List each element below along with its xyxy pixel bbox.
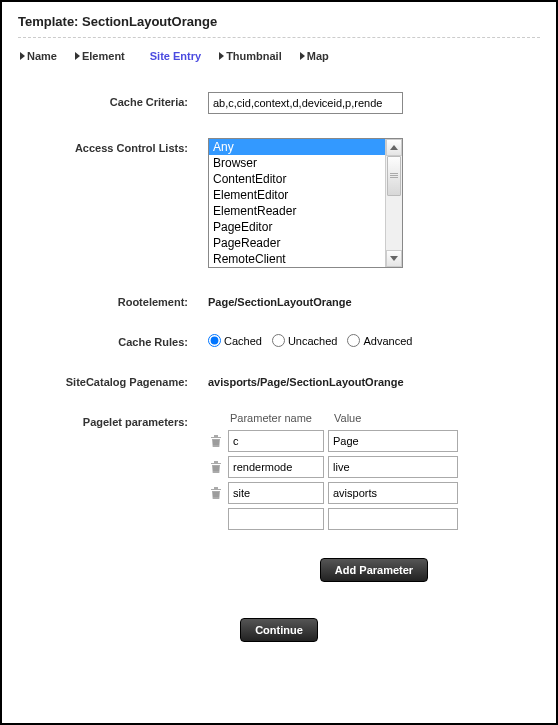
acl-scrollbar[interactable] <box>385 139 402 267</box>
tab-label: Thumbnail <box>226 50 282 62</box>
param-row <box>208 456 540 478</box>
acl-option[interactable]: Any <box>209 139 385 155</box>
cache-rule-radio[interactable] <box>272 334 285 347</box>
acl-option[interactable]: RemoteClient <box>209 251 385 267</box>
scroll-thumb[interactable] <box>387 156 401 196</box>
acl-listbox[interactable]: AnyBrowserContentEditorElementEditorElem… <box>209 139 385 267</box>
arrow-icon <box>219 52 224 60</box>
tab-label: Name <box>27 50 57 62</box>
cache-criteria-label: Cache Criteria: <box>18 92 208 108</box>
trash-icon[interactable] <box>208 433 224 449</box>
rootelement-label: Rootelement: <box>18 292 208 308</box>
acl-option[interactable]: PageEditor <box>209 219 385 235</box>
param-name-input[interactable] <box>228 456 324 478</box>
param-header-name: Parameter name <box>230 412 330 424</box>
trash-icon[interactable] <box>208 459 224 475</box>
cache-rule-uncached[interactable]: Uncached <box>272 334 338 347</box>
param-row <box>208 508 540 530</box>
trash-icon[interactable] <box>208 485 224 501</box>
cache-rule-label: Uncached <box>288 335 338 347</box>
param-name-input[interactable] <box>228 430 324 452</box>
cache-rule-advanced[interactable]: Advanced <box>347 334 412 347</box>
arrow-icon <box>20 52 25 60</box>
acl-option[interactable]: Browser <box>209 155 385 171</box>
cache-rules-label: Cache Rules: <box>18 332 208 348</box>
arrow-icon <box>300 52 305 60</box>
acl-option[interactable]: ContentEditor <box>209 171 385 187</box>
scroll-track[interactable] <box>386 156 402 250</box>
tab-label: Element <box>82 50 125 62</box>
add-parameter-button[interactable]: Add Parameter <box>320 558 428 582</box>
sitecatalog-label: SiteCatalog Pagename: <box>18 372 208 388</box>
param-row <box>208 482 540 504</box>
param-value-input[interactable] <box>328 456 458 478</box>
param-header-value: Value <box>330 412 450 424</box>
param-value-input[interactable] <box>328 482 458 504</box>
scroll-up-button[interactable] <box>386 139 402 156</box>
acl-option[interactable]: ElementReader <box>209 203 385 219</box>
cache-rule-cached[interactable]: Cached <box>208 334 262 347</box>
tab-element[interactable]: Element <box>75 50 125 62</box>
cache-rule-radio[interactable] <box>208 334 221 347</box>
tab-label: Site Entry <box>150 50 201 62</box>
tab-site-entry[interactable]: Site Entry <box>143 50 201 62</box>
cache-rule-label: Advanced <box>363 335 412 347</box>
param-value-input[interactable] <box>328 430 458 452</box>
divider <box>18 37 540 38</box>
param-name-input[interactable] <box>228 482 324 504</box>
param-name-input[interactable] <box>228 508 324 530</box>
page-title: Template: SectionLayoutOrange <box>18 14 540 29</box>
cache-rules-group: CachedUncachedAdvanced <box>208 332 540 347</box>
cache-criteria-input[interactable] <box>208 92 403 114</box>
tab-name[interactable]: Name <box>20 50 57 62</box>
param-row <box>208 430 540 452</box>
tab-map[interactable]: Map <box>300 50 329 62</box>
acl-option[interactable]: ElementEditor <box>209 187 385 203</box>
cache-rule-label: Cached <box>224 335 262 347</box>
acl-label: Access Control Lists: <box>18 138 208 154</box>
rootelement-value: Page/SectionLayoutOrange <box>208 292 540 308</box>
continue-button[interactable]: Continue <box>240 618 318 642</box>
tabs: NameElementSite EntryThumbnailMap <box>18 50 540 62</box>
param-value-input[interactable] <box>328 508 458 530</box>
scroll-down-button[interactable] <box>386 250 402 267</box>
cache-rule-radio[interactable] <box>347 334 360 347</box>
sitecatalog-value: avisports/Page/SectionLayoutOrange <box>208 372 540 388</box>
acl-option[interactable]: PageReader <box>209 235 385 251</box>
pagelet-label: Pagelet parameters: <box>18 412 208 428</box>
tab-thumbnail[interactable]: Thumbnail <box>219 50 282 62</box>
arrow-icon <box>75 52 80 60</box>
tab-label: Map <box>307 50 329 62</box>
